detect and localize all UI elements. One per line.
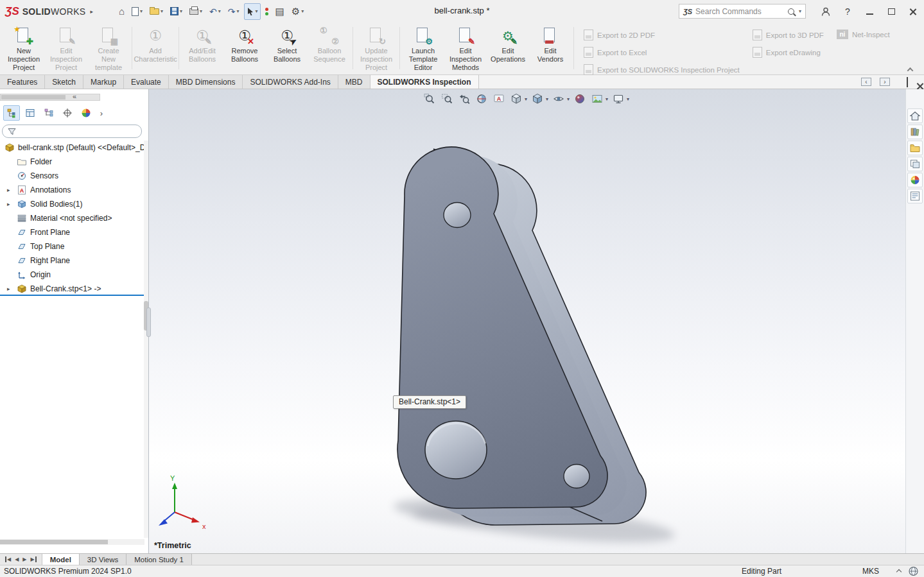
tree-filter[interactable] <box>2 125 142 138</box>
appearances-scenes-button[interactable] <box>907 173 923 187</box>
options-button[interactable]: ⚙▾ <box>289 3 306 20</box>
tree-item-right-plane[interactable]: Right Plane <box>0 254 144 268</box>
open-button[interactable]: ▾ <box>147 3 166 20</box>
view-palette-button[interactable] <box>907 157 923 171</box>
first-tab-button[interactable]: ◀ <box>5 556 11 562</box>
undo-button[interactable]: ↶▾ <box>207 3 223 20</box>
filter-text-input[interactable] <box>20 128 136 135</box>
tab-displaymanager[interactable] <box>78 105 94 121</box>
expand-arrow-icon[interactable]: ▸ <box>7 201 10 207</box>
tab-sketch[interactable]: Sketch <box>45 75 83 89</box>
search-input[interactable] <box>695 7 785 16</box>
hide-show-items-button[interactable] <box>551 92 566 106</box>
tree-item-top-plane[interactable]: Top Plane <box>0 239 144 254</box>
options-caret-icon[interactable]: ▾ <box>301 8 304 14</box>
next-tab-button[interactable]: ▶ <box>22 556 26 562</box>
previous-view-button[interactable] <box>457 92 472 106</box>
collapse-ribbon-button[interactable] <box>905 65 915 73</box>
tags-button[interactable] <box>908 566 919 577</box>
search-caret-icon[interactable]: ▾ <box>799 8 801 14</box>
last-tab-button[interactable]: ▶ <box>30 556 36 562</box>
apply-scene-button[interactable] <box>589 92 605 106</box>
panel-top-scrollbar[interactable]: « <box>0 94 100 101</box>
close-window-button[interactable] <box>902 2 924 21</box>
search-icon[interactable] <box>788 8 794 15</box>
new-inspection-project-button[interactable]: ★ ✚ New Inspection Project <box>3 24 45 72</box>
apply-scene-caret-icon[interactable]: ▾ <box>606 96 608 102</box>
command-search[interactable]: ƷS ▾ <box>679 4 806 19</box>
tab-3d-views[interactable]: 3D Views <box>80 554 126 565</box>
display-style-caret-icon[interactable]: ▾ <box>546 96 548 102</box>
print-caret-icon[interactable]: ▾ <box>200 8 202 14</box>
home-button[interactable]: ⌂ <box>116 3 127 20</box>
launch-template-editor-button[interactable]: ⚙ Launch Template Editor <box>402 24 444 72</box>
remove-balloons-button[interactable]: ① ✕ Remove Balloons <box>223 24 266 72</box>
expand-arrow-icon[interactable]: ▸ <box>7 187 10 193</box>
view-orientation-button[interactable] <box>509 92 524 106</box>
tab-featuremanager-tree[interactable] <box>3 105 20 121</box>
new-document-button[interactable]: ▾ <box>129 3 145 20</box>
panel-vertical-scrollbar[interactable] <box>144 141 148 538</box>
tab-mbd[interactable]: MBD <box>338 75 370 89</box>
view-settings-button[interactable] <box>611 92 626 106</box>
tab-motion-study-1[interactable]: Motion Study 1 <box>126 554 192 565</box>
tree-item-bell-crank[interactable]: ▸ Bell-Crank.stp<1> -> <box>0 282 144 296</box>
select-button[interactable]: ▾ <box>244 3 261 20</box>
restore-document-button[interactable] <box>907 78 908 87</box>
help-button[interactable]: ? <box>837 2 859 21</box>
tree-item-annotations[interactable]: ▸ A Annotations <box>0 183 144 197</box>
tree-item-sensors[interactable]: Sensors <box>0 169 144 183</box>
account-button[interactable] <box>815 2 837 21</box>
design-library-button[interactable] <box>907 125 923 139</box>
next-document-button[interactable]: › <box>880 78 890 86</box>
tab-markup[interactable]: Markup <box>83 75 124 89</box>
tree-item-material[interactable]: Material <not specified> <box>0 211 144 225</box>
panel-horizontal-scrollbar[interactable] <box>0 539 144 545</box>
print-button[interactable]: ▾ <box>187 3 205 20</box>
bell-crank-solid[interactable] <box>397 147 646 525</box>
redo-caret-icon[interactable]: ▾ <box>237 8 240 14</box>
file-properties-button[interactable]: ▤ <box>273 3 287 20</box>
minimize-window-button[interactable] <box>859 2 880 21</box>
file-explorer-button[interactable] <box>907 141 923 155</box>
maximize-window-button[interactable] <box>880 2 902 21</box>
tree-item-folder[interactable]: Folder <box>0 155 144 169</box>
new-document-caret-icon[interactable]: ▾ <box>140 8 143 14</box>
tree-item-root[interactable]: bell-crank.stp (Default) <<Default>_D <box>0 141 144 155</box>
panel-top-scrollbar-thumb[interactable] <box>1 95 65 99</box>
tab-dimxpertmanager[interactable] <box>59 105 76 121</box>
edit-inspection-methods-button[interactable]: ✎ Edit Inspection Methods <box>444 24 487 72</box>
tree-item-solid-bodies[interactable]: ▸ Solid Bodies(1) <box>0 197 144 211</box>
view-orientation-caret-icon[interactable]: ▾ <box>525 96 527 102</box>
open-caret-icon[interactable]: ▾ <box>161 8 163 14</box>
expand-arrow-icon[interactable]: ▸ <box>7 286 10 292</box>
units-caret-icon[interactable] <box>896 569 902 574</box>
tab-solidworks-add-ins[interactable]: SOLIDWORKS Add-Ins <box>243 75 338 89</box>
tab-propertymanager[interactable] <box>22 105 39 121</box>
select-caret-icon[interactable]: ▾ <box>256 8 258 14</box>
tab-mbd-dimensions[interactable]: MBD Dimensions <box>169 75 243 89</box>
redo-button[interactable]: ↷▾ <box>225 3 242 20</box>
edit-vendors-button[interactable]: Edit Vendors <box>529 24 571 72</box>
units-selector[interactable]: MKS <box>862 567 901 576</box>
zoom-to-fit-button[interactable] <box>422 92 437 106</box>
section-view-button[interactable] <box>474 92 489 106</box>
panel-horizontal-scrollbar-thumb[interactable] <box>0 540 108 544</box>
custom-properties-button[interactable] <box>907 189 923 203</box>
dynamic-annotation-views-button[interactable]: A <box>491 92 507 106</box>
bell-crank-3d-model[interactable] <box>149 89 905 553</box>
tab-features[interactable]: Features <box>0 75 45 89</box>
tree-item-origin[interactable]: Origin <box>0 268 144 282</box>
previous-document-button[interactable]: ‹ <box>861 78 871 86</box>
panel-tabs-overflow-button[interactable]: › <box>96 105 107 121</box>
tree-item-front-plane[interactable]: Front Plane <box>0 225 144 239</box>
graphics-viewport[interactable]: A ▾ ▾ ▾ ▾ ▾ Bel <box>149 89 905 553</box>
logo-flyout-icon[interactable]: ▸ <box>90 8 93 15</box>
save-caret-icon[interactable]: ▾ <box>180 8 182 14</box>
hide-show-items-caret-icon[interactable]: ▾ <box>567 96 570 102</box>
view-settings-caret-icon[interactable]: ▾ <box>627 96 629 102</box>
tab-configurationmanager[interactable] <box>40 105 57 121</box>
tab-evaluate[interactable]: Evaluate <box>124 75 169 89</box>
previous-tab-button[interactable]: ◀ <box>15 556 19 562</box>
collapse-panel-icon[interactable]: « <box>73 92 76 100</box>
